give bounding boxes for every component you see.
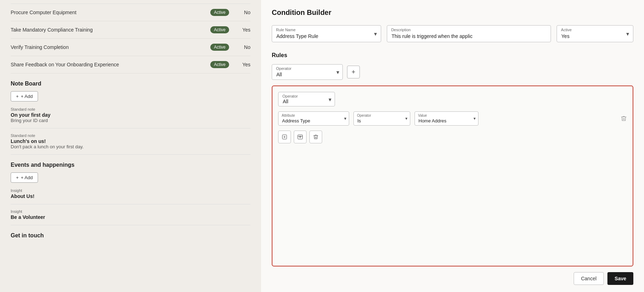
- rule-name-group: Rule Name: [272, 25, 381, 42]
- note-list: Standard note On your first day Bring yo…: [11, 107, 250, 155]
- insight-title: Be a Volunteer: [11, 214, 250, 220]
- active-group: Active Yes No: [557, 25, 633, 42]
- condition-operator-group: Operator All Any ▾: [278, 92, 335, 106]
- add-group-icon: [297, 134, 303, 140]
- description-group: Description: [387, 25, 551, 42]
- value-group: Value Home Addres Work Address ▾: [415, 111, 478, 126]
- add-event-button[interactable]: + + Add: [11, 172, 38, 183]
- get-in-touch-title: Get in touch: [11, 232, 250, 239]
- add-note-label: + Add: [21, 94, 33, 99]
- active-select[interactable]: Yes No: [557, 25, 633, 42]
- delete-group-button[interactable]: [309, 131, 322, 143]
- add-note-button[interactable]: + + Add: [11, 91, 38, 101]
- task-flag: Yes: [236, 27, 250, 33]
- events-title: Events and happenings: [11, 162, 250, 168]
- insight-item: Insight Be a Volunteer: [11, 209, 250, 225]
- note-label: Standard note: [11, 107, 250, 111]
- note-label: Standard note: [11, 133, 250, 138]
- add-group-button[interactable]: [294, 131, 307, 143]
- operator-group: Operator All Any ▾: [272, 64, 343, 80]
- note-desc: Bring your ID card: [11, 118, 250, 123]
- task-flag: No: [236, 10, 250, 15]
- status-badge: Active: [210, 26, 229, 33]
- cancel-button[interactable]: Cancel: [574, 272, 604, 285]
- task-item: Verify Training Completion Active No: [11, 39, 250, 56]
- value-select[interactable]: Home Addres Work Address: [415, 111, 478, 126]
- task-flag: Yes: [236, 62, 250, 67]
- status-badge: Active: [210, 44, 229, 51]
- delete-group-icon: [313, 134, 319, 140]
- operator-select[interactable]: All Any: [272, 64, 343, 80]
- task-item: Share Feedback on Your Onboarding Experi…: [11, 56, 250, 73]
- form-row: Rule Name Description Active Yes No: [272, 25, 633, 42]
- note-item: Standard note Lunch's on us! Don't pack …: [11, 133, 250, 155]
- condition-group: Operator All Any ▾ Attribute Address Typ…: [272, 86, 633, 266]
- status-badge: Active: [210, 9, 229, 16]
- note-title: Lunch's on us!: [11, 138, 250, 144]
- insight-title: About Us!: [11, 193, 250, 199]
- task-name: Procure Computer Equipment: [11, 10, 210, 15]
- attribute-group: Attribute Address Type ▾: [278, 111, 349, 126]
- save-button[interactable]: Save: [607, 272, 633, 285]
- left-panel: Procure Computer Equipment Active No Tak…: [0, 0, 261, 292]
- condition-operator-select[interactable]: All Any: [278, 92, 335, 106]
- insight-label: Insight: [11, 188, 250, 193]
- rules-section-title: Rules: [272, 52, 633, 59]
- add-rule-button[interactable]: +: [347, 66, 360, 78]
- status-badge: Active: [210, 61, 229, 68]
- footer-buttons: Cancel Save: [272, 266, 633, 285]
- insight-label: Insight: [11, 209, 250, 214]
- action-btns: [278, 131, 627, 143]
- task-name: Take Mandatory Compliance Training: [11, 27, 210, 33]
- panel-title: Condition Builder: [272, 9, 633, 17]
- task-name: Verify Training Completion: [11, 44, 210, 50]
- note-title: On your first day: [11, 112, 250, 118]
- task-flag: No: [236, 44, 250, 50]
- task-item: Procure Computer Equipment Active No: [11, 4, 250, 21]
- add-condition-icon: [282, 134, 287, 140]
- note-item: Standard note On your first day Bring yo…: [11, 107, 250, 128]
- attribute-select[interactable]: Address Type: [278, 111, 349, 126]
- add-condition-button[interactable]: [278, 131, 291, 143]
- right-panel: Condition Builder Rule Name Description …: [261, 0, 644, 292]
- task-name: Share Feedback on Your Onboarding Experi…: [11, 62, 210, 67]
- task-item: Take Mandatory Compliance Training Activ…: [11, 21, 250, 39]
- task-list: Procure Computer Equipment Active No Tak…: [11, 4, 250, 73]
- condition-op-field-group: Operator Is Is Not ▾: [353, 111, 410, 126]
- condition-op-field-select[interactable]: Is Is Not: [353, 111, 410, 126]
- insight-list: Insight About Us! Insight Be a Volunteer: [11, 188, 250, 225]
- condition-operator-row: Operator All Any ▾: [278, 92, 627, 106]
- delete-row-button[interactable]: [621, 115, 627, 122]
- note-desc: Don't pack a lunch on your first day.: [11, 144, 250, 149]
- trash-icon: [621, 115, 627, 122]
- operator-row: Operator All Any ▾ +: [272, 64, 633, 80]
- insight-item: Insight About Us!: [11, 188, 250, 204]
- condition-fields: Attribute Address Type ▾ Operator Is Is …: [278, 111, 627, 126]
- plus-icon: +: [16, 94, 19, 99]
- note-board-title: Note Board: [11, 81, 250, 87]
- add-event-label: + Add: [21, 175, 33, 180]
- rule-name-input[interactable]: [272, 25, 381, 42]
- plus-icon-event: +: [16, 175, 19, 180]
- description-input[interactable]: [387, 25, 551, 42]
